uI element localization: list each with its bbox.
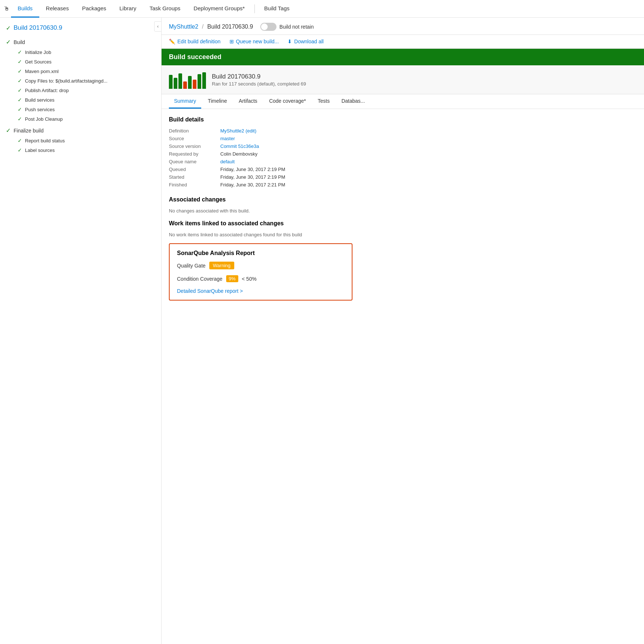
content-body: Build details DefinitionMyShuttle2 (edit… [162,109,644,308]
chart-bar [183,81,187,89]
chart-bar [202,72,206,89]
details-label: Definition [169,128,220,134]
work-items-desc: No work items linked to associated chang… [169,232,637,237]
chart-bar [198,74,201,89]
download-icon: ⬇ [287,39,292,44]
nav-builds[interactable]: Builds [11,0,39,18]
chart-bar [174,78,177,89]
edit-build-definition-button[interactable]: ✏️ Edit build definition [169,39,221,44]
details-value[interactable]: master [220,136,235,141]
details-label: Source [169,136,220,141]
build-info-title: Build 20170630.9 [212,73,306,80]
item-check-icon: ✓ [18,138,22,143]
breadcrumb-current: Build 20170630.9 [207,23,253,30]
top-nav: 🖱 Builds Releases Packages Library Task … [0,0,644,18]
build-info-text: Build 20170630.9 Ran for 117 seconds (de… [212,73,306,87]
main-layout: ‹ ✓ Build 20170630.9 ✓ Build ✓ Initializ… [0,18,644,644]
build-details-table: DefinitionMyShuttle2 (edit)SourcemasterS… [169,128,637,188]
nav-build-tags[interactable]: Build Tags [258,0,296,18]
build-header: MyShuttle2 / Build 20170630.9 Build not … [162,18,644,35]
sidebar-group-build-header[interactable]: ✓ Build [0,37,161,47]
condition-percent-badge: 9% [226,275,238,282]
sidebar-group-finalize-header[interactable]: ✓ Finalize build [0,125,161,136]
tab-artifacts[interactable]: Artifacts [234,94,263,109]
item-check-icon: ✓ [18,87,22,93]
tabs: Summary Timeline Artifacts Code coverage… [162,94,644,109]
sidebar-item-maven[interactable]: ✓ Maven pom.xml [0,66,161,76]
sonarqube-detail-link[interactable]: Detailed SonarQube report > [177,288,243,294]
queue-icon: ⊞ [229,39,234,44]
build-info-row: Build 20170630.9 Ran for 117 seconds (de… [162,65,644,94]
action-bar: ✏️ Edit build definition ⊞ Queue new bui… [162,35,644,49]
tab-summary[interactable]: Summary [169,94,201,109]
build-title-check-icon: ✓ [6,25,11,32]
sidebar-item-initialize-job[interactable]: ✓ Initialize Job [0,47,161,57]
sidebar-item-label-sources[interactable]: ✓ Label sources [0,145,161,155]
warning-badge: Warning [209,262,234,269]
item-check-icon: ✓ [18,116,22,122]
details-row: QueuedFriday, June 30, 2017 2:19 PM [169,167,637,172]
item-check-icon: ✓ [18,106,22,112]
download-all-button[interactable]: ⬇ Download all [287,39,323,44]
retain-toggle-area: Build not retain [260,23,314,31]
nav-packages[interactable]: Packages [75,0,113,18]
item-check-icon: ✓ [18,59,22,65]
sidebar: ‹ ✓ Build 20170630.9 ✓ Build ✓ Initializ… [0,18,162,644]
details-label: Started [169,174,220,180]
work-items-title: Work items linked to associated changes [169,220,637,227]
sidebar-build-title[interactable]: ✓ Build 20170630.9 [0,21,161,36]
item-check-icon: ✓ [18,97,22,103]
details-value[interactable]: Commit 51c36e3a [220,143,259,149]
queue-new-build-button[interactable]: ⊞ Queue new build... [229,39,279,44]
item-check-icon: ✓ [18,147,22,153]
details-row: Sourcemaster [169,136,637,141]
details-label: Source version [169,143,220,149]
tab-tests[interactable]: Tests [312,94,335,109]
tab-timeline[interactable]: Timeline [203,94,232,109]
tab-code-coverage[interactable]: Code coverage* [264,94,311,109]
details-label: Requested by [169,151,220,157]
retain-toggle-switch[interactable] [260,23,276,31]
nav-task-groups[interactable]: Task Groups [143,0,187,18]
details-row: DefinitionMyShuttle2 (edit) [169,128,637,134]
sidebar-item-get-sources[interactable]: ✓ Get Sources [0,57,161,66]
sidebar-item-copy-files[interactable]: ✓ Copy Files to: $(build.artifactstaging… [0,76,161,85]
retain-label: Build not retain [279,24,314,30]
chart-bar [169,75,173,89]
details-value[interactable]: MyShuttle2 (edit) [220,128,256,134]
nav-library[interactable]: Library [113,0,143,18]
details-value[interactable]: default [220,159,235,164]
item-check-icon: ✓ [18,78,22,84]
nav-separator [254,4,255,13]
breadcrumb-link[interactable]: MyShuttle2 [169,23,198,30]
details-row: StartedFriday, June 30, 2017 2:19 PM [169,174,637,180]
sidebar-item-publish-artifact[interactable]: ✓ Publish Artifact: drop [0,85,161,95]
condition-coverage-label: Condition Coverage [177,276,222,282]
nav-releases[interactable]: Releases [39,0,76,18]
cursor-icon: 🖱 [4,6,10,12]
details-label: Finished [169,182,220,188]
sidebar-item-post-job[interactable]: ✓ Post Job Cleanup [0,114,161,124]
chart-bar [193,80,196,89]
tab-database[interactable]: Databas... [336,94,370,109]
build-details-title: Build details [169,116,637,123]
main-content: MyShuttle2 / Build 20170630.9 Build not … [162,18,644,644]
sidebar-item-push-services[interactable]: ✓ Push services [0,105,161,114]
sidebar-item-report-build[interactable]: ✓ Report build status [0,136,161,145]
sonarqube-condition-row: Condition Coverage 9% < 50% [177,275,344,282]
details-row: Source versionCommit 51c36e3a [169,143,637,149]
item-check-icon: ✓ [18,68,22,74]
build-info-subtitle: Ran for 117 seconds (default), completed… [212,81,306,87]
threshold-text: < 50% [242,276,257,282]
nav-deployment-groups[interactable]: Deployment Groups* [187,0,251,18]
chart-bar [178,73,182,89]
sidebar-group-build: ✓ Build ✓ Initialize Job ✓ Get Sources ✓… [0,36,161,124]
associated-changes-desc: No changes associated with this build. [169,208,637,214]
associated-changes-title: Associated changes [169,196,637,203]
breadcrumb-separator: / [202,23,203,30]
sidebar-toggle[interactable]: ‹ [154,21,162,32]
sonarqube-box: SonarQube Analysis Report Quality Gate W… [169,243,352,301]
build-banner: Build succeeded [162,49,644,65]
quality-gate-label: Quality Gate [177,263,206,269]
sidebar-item-build-services[interactable]: ✓ Build services [0,95,161,105]
